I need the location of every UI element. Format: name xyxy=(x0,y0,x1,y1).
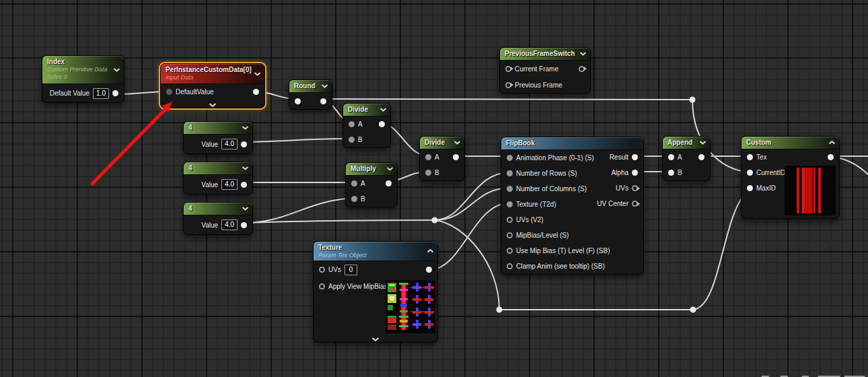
input-pin-current-frame[interactable] xyxy=(505,66,511,72)
output-pin[interactable] xyxy=(253,89,259,95)
pin-row: Clamp Anim (see tooltip) (SB) xyxy=(501,259,643,274)
node-divide-1[interactable]: Divide A B xyxy=(342,103,391,148)
chevron-down-icon[interactable] xyxy=(321,84,328,89)
chevron-down-icon[interactable] xyxy=(254,71,261,76)
node-constant-4-b[interactable]: 4 Value 4.0 xyxy=(183,162,253,195)
pin-label: B xyxy=(435,169,439,176)
pin-label: Number of Rows (S) xyxy=(516,170,577,177)
output-pin[interactable] xyxy=(698,154,704,160)
value-label: Value xyxy=(201,181,218,188)
output-pin[interactable] xyxy=(320,98,326,104)
output-pin[interactable] xyxy=(241,182,247,188)
default-value-field[interactable]: 1.0 xyxy=(93,88,109,99)
output-pin-result[interactable] xyxy=(632,154,638,160)
pin-label: A xyxy=(435,153,439,161)
chevron-up-icon[interactable] xyxy=(828,141,836,145)
input-pin-previous-frame[interactable] xyxy=(505,82,511,88)
value-field[interactable]: 4.0 xyxy=(221,139,238,149)
input-pin-uvs[interactable] xyxy=(507,217,513,223)
value-field[interactable]: 4.0 xyxy=(221,219,238,230)
chevron-down-icon[interactable] xyxy=(386,167,394,172)
node-subtitle: Index 0 xyxy=(47,73,110,81)
chevron-down-icon[interactable] xyxy=(699,141,707,145)
node-subtitle: Custom Primitive Data xyxy=(47,66,110,73)
node-per-instance-custom-data[interactable]: PerInstanceCustomData[0] Input Data Defa… xyxy=(160,63,265,108)
output-pin[interactable] xyxy=(828,154,834,160)
material-graph-canvas[interactable]: MATERIAL Index Custom Primitive Data Ind… xyxy=(0,0,868,377)
input-pin-mipbias-level[interactable] xyxy=(507,232,513,238)
pin-row xyxy=(289,93,332,109)
pin-row: Value 4.0 xyxy=(184,215,252,234)
input-pin-a[interactable] xyxy=(668,154,674,160)
input-pin-b[interactable] xyxy=(349,137,355,143)
input-pin-tex[interactable] xyxy=(747,154,753,160)
input-pin-apply-view-mipbias[interactable] xyxy=(319,283,325,289)
node-title: Round xyxy=(294,81,318,90)
expand-chevron-icon[interactable] xyxy=(209,102,217,108)
output-pin-uvs[interactable] xyxy=(632,185,638,191)
pin-row: Use Mip Bias (T) Level (F) (SB) xyxy=(501,243,643,259)
input-pin-a[interactable] xyxy=(351,180,357,186)
value-field[interactable]: 4.0 xyxy=(221,179,238,190)
input-pin-clamp-anim[interactable] xyxy=(507,263,513,269)
pin-label: Clamp Anim (see tooltip) (SB) xyxy=(516,263,605,270)
node-constant-4-a[interactable]: 4 Value 4.0 xyxy=(183,121,253,154)
output-pin[interactable] xyxy=(579,66,585,72)
pin-row: A xyxy=(663,149,710,165)
input-pin[interactable] xyxy=(295,98,301,104)
pin-label: UVs (V2) xyxy=(516,216,544,224)
input-pin-use-mip-bias[interactable] xyxy=(507,248,513,254)
custom-node-preview-image xyxy=(785,166,836,215)
node-append[interactable]: Append A B xyxy=(662,136,711,181)
output-pin[interactable] xyxy=(112,90,118,96)
input-pin-b[interactable] xyxy=(351,196,357,202)
input-pin-texture[interactable] xyxy=(507,201,513,207)
output-pin[interactable] xyxy=(453,154,459,160)
chevron-down-icon[interactable] xyxy=(242,166,249,171)
texture-preview-image xyxy=(386,280,435,333)
chevron-down-icon[interactable] xyxy=(242,207,249,211)
output-pin[interactable] xyxy=(241,141,247,147)
uvs-value-field[interactable]: 0 xyxy=(345,265,357,275)
node-constant-4-c[interactable]: 4 Value 4.0 xyxy=(183,202,253,235)
node-multiply[interactable]: Multiply A B xyxy=(345,162,398,207)
input-pin-b[interactable] xyxy=(425,170,431,176)
pin-label: Current Frame xyxy=(515,65,558,73)
wire xyxy=(430,203,510,270)
node-round[interactable]: Round xyxy=(289,79,332,110)
output-pin[interactable] xyxy=(241,222,247,228)
input-pin-a[interactable] xyxy=(349,121,355,127)
node-index[interactable]: Index Custom Primitive Data Index 0 Defa… xyxy=(42,55,124,103)
node-title: 4 xyxy=(188,164,239,172)
node-header: 4 xyxy=(184,122,252,135)
chevron-down-icon[interactable] xyxy=(379,108,387,112)
node-divide-2[interactable]: Divide A B xyxy=(419,136,465,181)
chevron-down-icon[interactable] xyxy=(454,141,461,145)
chevron-down-icon[interactable] xyxy=(242,126,249,131)
node-texture-param[interactable]: Texture Param Tex Object UVs 0 Apply Vie… xyxy=(313,241,438,343)
node-flipbook[interactable]: FlipBook Animation Phase (0-1) (S) Numbe… xyxy=(501,137,644,275)
chevron-down-icon[interactable] xyxy=(579,52,587,57)
expand-chevron-icon[interactable] xyxy=(371,337,380,342)
chevron-up-icon[interactable] xyxy=(427,249,434,254)
value-label: Value xyxy=(201,221,218,229)
input-pin-animation-phase[interactable] xyxy=(507,155,513,161)
input-pin-max-id[interactable] xyxy=(747,185,753,191)
input-pin-b[interactable] xyxy=(668,170,674,176)
chevron-down-icon[interactable] xyxy=(113,67,120,72)
input-pin-uvs[interactable] xyxy=(319,267,325,273)
input-pin-a[interactable] xyxy=(425,154,431,160)
output-pin[interactable] xyxy=(379,121,385,127)
output-pin-alpha[interactable] xyxy=(632,170,638,176)
output-pin[interactable] xyxy=(386,180,392,186)
node-custom[interactable]: Custom Tex CurrentID MaxID xyxy=(741,136,840,219)
input-pin-defaultvalue[interactable] xyxy=(166,89,172,95)
pin-row: B xyxy=(420,165,464,180)
output-pin-uv-center[interactable] xyxy=(632,201,638,207)
input-pin-current-id[interactable] xyxy=(747,170,753,176)
pin-row: Result xyxy=(581,149,643,165)
input-pin-number-of-rows[interactable] xyxy=(507,170,513,176)
input-pin-number-of-columns[interactable] xyxy=(507,186,513,192)
output-pin[interactable] xyxy=(426,267,432,273)
node-previous-frame-switch[interactable]: PreviousFrameSwitch Current Frame Previo… xyxy=(499,47,591,94)
